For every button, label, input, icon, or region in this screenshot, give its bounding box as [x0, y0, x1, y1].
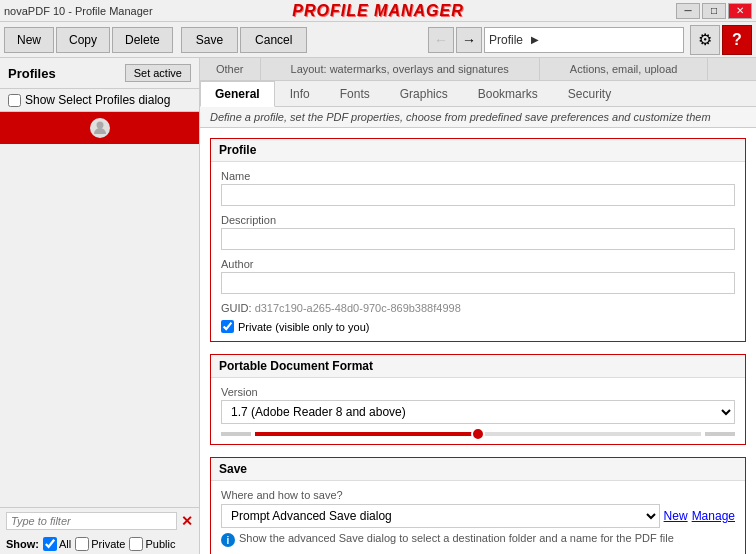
save-section: Save Where and how to save? Prompt Advan… — [210, 457, 746, 554]
show-select-profiles-checkbox[interactable] — [8, 94, 21, 107]
pdf-section-body: Version 1.7 (Adobe Reader 8 and above) 1… — [211, 378, 745, 444]
show-public-label: Public — [145, 538, 175, 550]
author-label: Author — [221, 258, 735, 270]
tab-general[interactable]: General — [200, 81, 275, 107]
tab-bookmarks[interactable]: Bookmarks — [463, 81, 553, 107]
sidebar-list — [0, 112, 199, 507]
sidebar-filter-row: ✕ — [0, 507, 199, 534]
window-controls: ─ □ ✕ — [676, 3, 752, 19]
info-icon: i — [221, 533, 235, 547]
pdf-section: Portable Document Format Version 1.7 (Ad… — [210, 354, 746, 445]
save-section-body: Where and how to save? Prompt Advanced S… — [211, 481, 745, 554]
slider-thumb[interactable] — [471, 427, 485, 441]
profile-section-header: Profile — [211, 139, 745, 162]
slider-row — [221, 432, 735, 436]
sidebar: Profiles Set active Show Select Profiles… — [0, 58, 200, 554]
pdf-section-header: Portable Document Format — [211, 355, 745, 378]
desc-input[interactable] — [221, 228, 735, 250]
name-row: Name — [221, 170, 735, 206]
slider-right — [705, 432, 735, 436]
private-checkbox[interactable] — [221, 320, 234, 333]
avatar — [90, 118, 110, 138]
profile-label: Profile — [489, 33, 523, 47]
slider-track[interactable] — [255, 432, 701, 436]
content-area: Other Layout: watermarks, overlays and s… — [200, 58, 756, 554]
profile-section: Profile Name Description Author — [210, 138, 746, 342]
tab-info[interactable]: Info — [275, 81, 325, 107]
show-select-profiles-label: Show Select Profiles dialog — [25, 93, 170, 107]
new-button[interactable]: New — [4, 27, 54, 53]
tab-fonts[interactable]: Fonts — [325, 81, 385, 107]
name-label: Name — [221, 170, 735, 182]
version-label: Version — [221, 386, 735, 398]
sidebar-selected-item[interactable] — [0, 112, 199, 144]
sidebar-header: Profiles Set active — [0, 58, 199, 89]
info-text: Show the advanced Save dialog to select … — [239, 532, 674, 544]
profile-section-body: Name Description Author GUID: d317c190-a… — [211, 162, 745, 341]
top-tab-bar: Other Layout: watermarks, overlays and s… — [200, 58, 756, 81]
where-label: Where and how to save? — [221, 489, 735, 501]
bottom-tab-bar: General Info Fonts Graphics Bookmarks Se… — [200, 81, 756, 107]
guid-value: d317c190-a265-48d0-970c-869b388f4998 — [255, 302, 461, 314]
show-all-checkbox[interactable] — [43, 537, 57, 551]
private-label: Private (visible only to you) — [238, 321, 369, 333]
show-label: Show: — [6, 538, 39, 550]
back-button[interactable]: ← — [428, 27, 454, 53]
nav-group: ← → Profile ▶ ⚙ ? — [428, 25, 752, 55]
name-input[interactable] — [221, 184, 735, 206]
tab-graphics[interactable]: Graphics — [385, 81, 463, 107]
profile-dropdown-arrow: ▶ — [531, 34, 539, 45]
minimize-button[interactable]: ─ — [676, 3, 700, 19]
forward-button[interactable]: → — [456, 27, 482, 53]
show-all-option[interactable]: All — [43, 537, 71, 551]
private-row: Private (visible only to you) — [221, 320, 735, 333]
save-button[interactable]: Save — [181, 27, 238, 53]
cancel-button[interactable]: Cancel — [240, 27, 307, 53]
tab-layout[interactable]: Layout: watermarks, overlays and signatu… — [261, 58, 540, 80]
maximize-button[interactable]: □ — [702, 3, 726, 19]
author-row: Author — [221, 258, 735, 294]
toolbar: New Copy Delete Save Cancel ← → Profile … — [0, 22, 756, 58]
tab-actions[interactable]: Actions, email, upload — [540, 58, 709, 80]
sidebar-title: Profiles — [8, 66, 56, 81]
desc-row: Description — [221, 214, 735, 250]
version-row: Version 1.7 (Adobe Reader 8 and above) 1… — [221, 386, 735, 424]
svg-point-0 — [96, 122, 103, 129]
guid-label: GUID: — [221, 302, 252, 314]
description-bar: Define a profile, set the PDF properties… — [200, 107, 756, 128]
tab-security[interactable]: Security — [553, 81, 626, 107]
save-where-row: Prompt Advanced Save dialog Prompt Stand… — [221, 504, 735, 528]
filter-input[interactable] — [6, 512, 177, 530]
info-row: i Show the advanced Save dialog to selec… — [221, 532, 735, 547]
slider-left — [221, 432, 251, 436]
profile-selector[interactable]: Profile ▶ — [484, 27, 684, 53]
tab-content-general: Profile Name Description Author — [200, 128, 756, 554]
settings-button[interactable]: ⚙ — [690, 25, 720, 55]
title-bar: novaPDF 10 - Profile Manager PROFILE MAN… — [0, 0, 756, 22]
close-button[interactable]: ✕ — [728, 3, 752, 19]
save-where-select[interactable]: Prompt Advanced Save dialog Prompt Stand… — [221, 504, 660, 528]
show-select-profiles-row: Show Select Profiles dialog — [0, 89, 199, 112]
version-select[interactable]: 1.7 (Adobe Reader 8 and above) 1.4 (Adob… — [221, 400, 735, 424]
clear-filter-button[interactable]: ✕ — [181, 513, 193, 529]
delete-button[interactable]: Delete — [112, 27, 173, 53]
show-private-option[interactable]: Private — [75, 537, 125, 551]
desc-label: Description — [221, 214, 735, 226]
tab-other[interactable]: Other — [200, 58, 261, 80]
show-public-checkbox[interactable] — [129, 537, 143, 551]
show-private-checkbox[interactable] — [75, 537, 89, 551]
show-options-row: Show: All Private Public — [0, 534, 199, 554]
author-input[interactable] — [221, 272, 735, 294]
show-public-option[interactable]: Public — [129, 537, 175, 551]
description-text: Define a profile, set the PDF properties… — [210, 111, 711, 123]
set-active-button[interactable]: Set active — [125, 64, 191, 82]
show-all-label: All — [59, 538, 71, 550]
main-title: PROFILE MANAGER — [292, 2, 463, 20]
new-link[interactable]: New — [664, 509, 688, 523]
save-section-header: Save — [211, 458, 745, 481]
copy-button[interactable]: Copy — [56, 27, 110, 53]
manage-link[interactable]: Manage — [692, 509, 735, 523]
main-layout: Profiles Set active Show Select Profiles… — [0, 58, 756, 554]
show-private-label: Private — [91, 538, 125, 550]
help-button[interactable]: ? — [722, 25, 752, 55]
